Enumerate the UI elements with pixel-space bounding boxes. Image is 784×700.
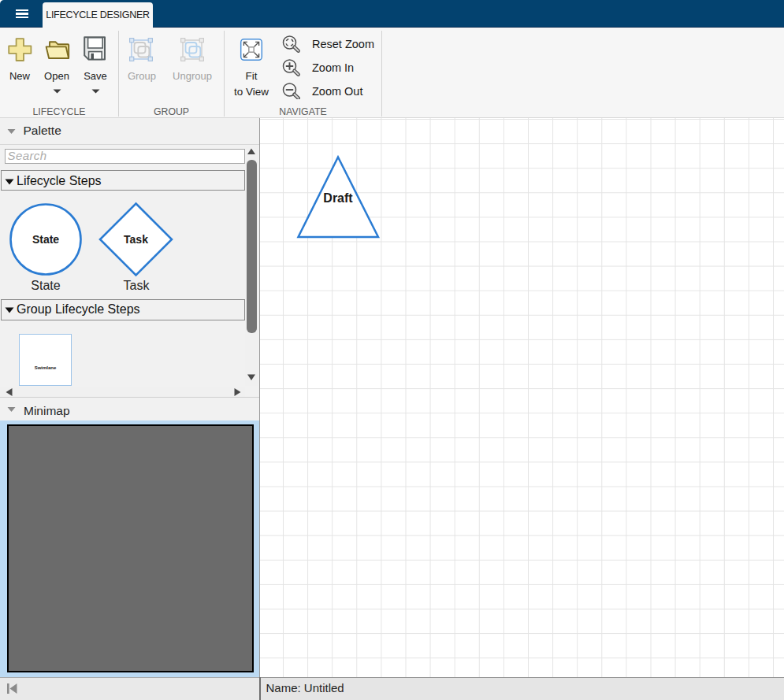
svg-text:State: State: [32, 233, 59, 246]
svg-text:Task: Task: [124, 233, 148, 246]
svg-text:Draft: Draft: [323, 191, 353, 205]
